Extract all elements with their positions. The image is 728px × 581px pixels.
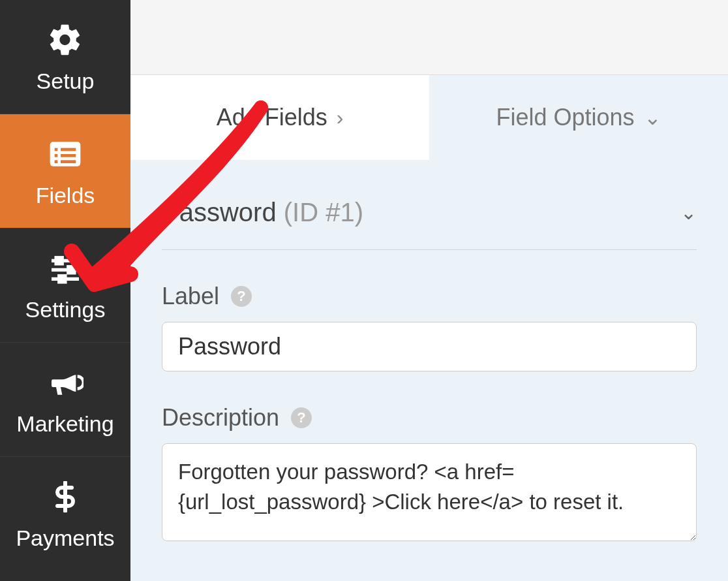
sidebar-label-marketing: Marketing xyxy=(16,411,114,437)
label-row: Label ? xyxy=(162,283,697,371)
chevron-down-icon: ⌄ xyxy=(644,105,661,130)
sidebar-item-payments[interactable]: Payments xyxy=(0,457,130,571)
label-title: Label xyxy=(162,283,219,310)
description-title-row: Description ? xyxy=(162,404,697,432)
sliders-icon xyxy=(46,249,85,288)
svg-rect-12 xyxy=(59,275,65,281)
svg-rect-6 xyxy=(61,160,76,163)
tabs: Add Fields › Field Options ⌄ xyxy=(130,75,728,160)
description-title: Description xyxy=(162,404,279,432)
svg-rect-2 xyxy=(61,148,76,151)
bullhorn-icon xyxy=(46,363,85,402)
svg-rect-1 xyxy=(55,148,58,151)
section-name: Password xyxy=(162,198,277,227)
description-row: Description ? xyxy=(162,404,697,544)
section-title: Password (ID #1) xyxy=(162,198,363,227)
tab-add-fields[interactable]: Add Fields › xyxy=(130,75,429,160)
sidebar-item-setup[interactable]: Setup xyxy=(0,0,130,114)
help-icon[interactable]: ? xyxy=(231,286,252,307)
sidebar-item-fields[interactable]: Fields xyxy=(0,114,130,228)
sidebar-label-settings: Settings xyxy=(25,297,106,322)
help-icon[interactable]: ? xyxy=(291,407,312,428)
label-input[interactable] xyxy=(162,322,697,371)
sidebar-label-setup: Setup xyxy=(37,69,95,94)
tab-field-options[interactable]: Field Options ⌄ xyxy=(429,75,728,160)
topbar xyxy=(130,0,728,75)
section-header[interactable]: Password (ID #1) ⌄ xyxy=(162,160,697,250)
main-panel: Add Fields › Field Options ⌄ Password (I… xyxy=(130,0,728,581)
section-id: (ID #1) xyxy=(284,198,363,227)
svg-rect-3 xyxy=(55,154,58,157)
chevron-right-icon: › xyxy=(337,106,344,130)
svg-rect-10 xyxy=(68,266,74,272)
chevron-down-icon: ⌄ xyxy=(680,201,697,224)
svg-rect-4 xyxy=(61,154,76,157)
svg-rect-8 xyxy=(56,257,62,263)
field-options-panel: Password (ID #1) ⌄ Label ? Description ? xyxy=(130,160,728,581)
sidebar-item-settings[interactable]: Settings xyxy=(0,228,130,343)
sidebar-item-marketing[interactable]: Marketing xyxy=(0,343,130,457)
sidebar-label-payments: Payments xyxy=(16,526,114,551)
dollar-icon xyxy=(46,477,85,516)
label-title-row: Label ? xyxy=(162,283,697,310)
gear-icon xyxy=(46,20,85,59)
tab-label-field-options: Field Options xyxy=(496,104,634,131)
description-input[interactable] xyxy=(162,443,697,541)
list-icon xyxy=(46,134,85,174)
sidebar-label-fields: Fields xyxy=(36,183,95,208)
svg-rect-5 xyxy=(55,160,58,163)
tab-label-add-fields: Add Fields xyxy=(217,104,327,131)
sidebar: Setup Fields Settings Marketing Payments xyxy=(0,0,130,581)
